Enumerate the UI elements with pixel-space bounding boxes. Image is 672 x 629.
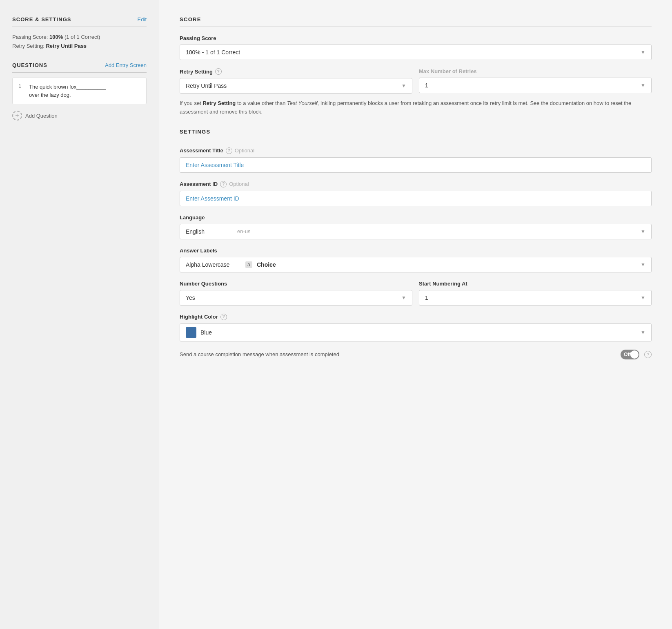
left-panel: SCORE & SETTINGS Edit Passing Score: 100… <box>0 0 159 629</box>
score-divider <box>12 27 147 27</box>
answer-labels-select[interactable]: Alpha Lowercase Alpha Uppercase Numeric <box>180 257 651 272</box>
highlight-color-label: Highlight Color ? <box>180 314 652 320</box>
assessment-id-label: Assessment ID ? Optional <box>180 181 652 187</box>
highlight-color-select-wrapper[interactable]: Blue ▼ <box>180 323 652 341</box>
max-retries-select[interactable]: 1 2 3 <box>419 78 651 93</box>
retry-setting-label: Retry Setting ? <box>180 68 412 75</box>
number-questions-label: Number Questions <box>180 281 412 287</box>
score-heading: SCORE <box>180 16 652 22</box>
retry-notice: If you set Retry Setting to a value othe… <box>180 99 652 116</box>
completion-row: Send a course completion message when as… <box>180 350 652 359</box>
assessment-title-input[interactable] <box>180 157 652 173</box>
assessment-title-optional: Optional <box>235 147 254 154</box>
settings-section: SETTINGS Assessment Title ? Optional Ass… <box>180 129 652 359</box>
assessment-title-label: Assessment Title ? Optional <box>180 147 652 154</box>
completion-help-icon[interactable]: ? <box>644 351 652 358</box>
color-swatch <box>186 327 196 338</box>
assessment-id-input[interactable] <box>180 191 652 206</box>
retry-col: Retry Setting ? Retry Until Pass Test Yo… <box>180 68 412 94</box>
language-select[interactable]: English <box>180 224 651 239</box>
add-question-icon: + <box>12 111 22 120</box>
add-question-button[interactable]: + Add Question <box>12 108 58 123</box>
questions-divider <box>12 72 147 73</box>
settings-rule <box>180 139 652 139</box>
questions-title: QUESTIONS <box>12 62 47 68</box>
start-numbering-label: Start Numbering At <box>419 281 652 287</box>
retry-setting-select[interactable]: Retry Until Pass Test Yourself Limited R… <box>180 78 412 93</box>
question-text: The quick brown fox__________over the la… <box>29 83 106 99</box>
number-questions-select-wrapper[interactable]: Yes No ▼ <box>180 290 412 306</box>
retry-setting-line: Retry Setting: Retry Until Pass <box>12 42 147 51</box>
assessment-title-help-icon[interactable]: ? <box>226 147 232 154</box>
score-section: SCORE Passing Score 100% - 1 of 1 Correc… <box>180 16 652 116</box>
assessment-title-group: Assessment Title ? Optional <box>180 147 652 173</box>
completion-text: Send a course completion message when as… <box>180 351 616 357</box>
question-item[interactable]: 1 The quick brown fox__________over the … <box>12 78 147 104</box>
add-question-label: Add Question <box>25 113 58 119</box>
add-entry-screen-link[interactable]: Add Entry Screen <box>105 62 147 68</box>
language-group: Language English en-us ▼ <box>180 214 652 239</box>
passing-score-select-wrapper[interactable]: 100% - 1 of 1 Correct ▼ <box>180 45 652 60</box>
start-numbering-col: Start Numbering At 1 0 ▼ <box>419 281 652 306</box>
passing-score-group: Passing Score 100% - 1 of 1 Correct ▼ <box>180 35 652 60</box>
number-questions-select[interactable]: Yes No <box>180 290 412 305</box>
answer-labels-select-wrapper[interactable]: Alpha Lowercase Alpha Uppercase Numeric … <box>180 257 652 272</box>
score-settings-title: SCORE & SETTINGS <box>12 16 71 22</box>
assessment-id-help-icon[interactable]: ? <box>220 181 227 187</box>
answer-labels-label: Answer Labels <box>180 248 652 254</box>
passing-score-label: Passing Score <box>180 35 652 41</box>
passing-score-line: Passing Score: 100% (1 of 1 Correct) <box>12 33 147 42</box>
right-panel: SCORE Passing Score 100% - 1 of 1 Correc… <box>159 0 672 629</box>
language-label: Language <box>180 214 652 221</box>
highlight-color-group: Highlight Color ? Blue ▼ <box>180 314 652 341</box>
assessment-id-optional: Optional <box>229 181 249 187</box>
answer-labels-group: Answer Labels Alpha Lowercase Alpha Uppe… <box>180 248 652 272</box>
number-questions-row: Number Questions Yes No ▼ Start Numberin… <box>180 281 652 306</box>
toggle-label: Off <box>624 352 631 357</box>
assessment-id-group: Assessment ID ? Optional <box>180 181 652 206</box>
number-questions-col: Number Questions Yes No ▼ <box>180 281 412 306</box>
max-retries-label: Max Number of Retries <box>419 68 652 74</box>
score-rule <box>180 27 652 27</box>
score-info: Passing Score: 100% (1 of 1 Correct) Ret… <box>12 33 147 51</box>
completion-toggle[interactable]: Off <box>621 350 639 359</box>
highlight-color-help-icon[interactable]: ? <box>220 314 227 320</box>
start-numbering-select[interactable]: 1 0 <box>419 290 651 305</box>
edit-link[interactable]: Edit <box>138 16 147 22</box>
max-retries-col: Max Number of Retries 1 2 3 ▼ <box>419 68 652 94</box>
retry-row: Retry Setting ? Retry Until Pass Test Yo… <box>180 68 652 94</box>
language-select-wrapper[interactable]: English en-us ▼ <box>180 224 652 239</box>
toggle-knob <box>630 350 639 359</box>
max-retries-select-wrapper[interactable]: 1 2 3 ▼ <box>419 78 652 93</box>
question-number: 1 <box>18 83 24 99</box>
passing-score-select[interactable]: 100% - 1 of 1 Correct <box>180 45 651 60</box>
score-settings-header: SCORE & SETTINGS Edit <box>12 16 147 22</box>
settings-heading: SETTINGS <box>180 129 652 135</box>
color-label: Blue <box>200 329 636 336</box>
retry-help-icon[interactable]: ? <box>215 68 222 75</box>
highlight-color-chevron-icon: ▼ <box>641 330 645 335</box>
retry-setting-select-wrapper[interactable]: Retry Until Pass Test Yourself Limited R… <box>180 78 412 94</box>
toggle-wrapper: Off <box>621 350 639 359</box>
questions-header: QUESTIONS Add Entry Screen <box>12 62 147 68</box>
start-numbering-select-wrapper[interactable]: 1 0 ▼ <box>419 290 652 306</box>
